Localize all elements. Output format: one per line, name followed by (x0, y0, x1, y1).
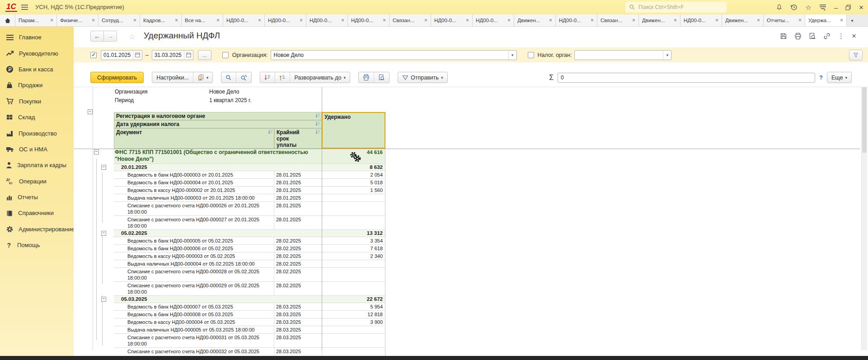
document-row[interactable]: Ведомость в банк НД00-000008 от 05.03.20… (114, 311, 385, 318)
settings-button[interactable]: Настройки... (152, 72, 193, 83)
tab-close-icon[interactable]: × (591, 17, 594, 23)
tab-7[interactable]: НД00-0...× (265, 14, 306, 26)
tab-6[interactable]: НД00-0...× (223, 14, 265, 26)
collapse-org-group-button[interactable]: − (94, 150, 99, 154)
search-next-button[interactable] (236, 72, 251, 83)
period-to-field[interactable] (152, 50, 193, 60)
header-document[interactable]: Документ (114, 128, 274, 149)
save-icon[interactable] (780, 33, 787, 40)
document-row[interactable]: Ведомость в банк НД00-000007 от 05.03.20… (114, 303, 385, 311)
sidebar-item-production[interactable]: Производство (0, 125, 74, 141)
tab-9[interactable]: НД00-0...× (348, 14, 389, 26)
tab-2[interactable]: Физиче...× (57, 14, 99, 26)
service-menu-icon[interactable] (819, 4, 826, 11)
tab-close-icon[interactable]: × (92, 17, 95, 23)
print-preview-button[interactable] (374, 72, 389, 83)
tab-close-icon[interactable]: × (715, 17, 718, 23)
search-button[interactable] (221, 72, 236, 83)
tab-18[interactable]: Движен...× (722, 14, 764, 26)
sidebar-item-directories[interactable]: Справочники (0, 205, 74, 221)
tab-close-icon[interactable]: × (798, 17, 802, 23)
minimize-window-icon[interactable]: – (834, 4, 838, 11)
tab-close-icon[interactable]: × (133, 17, 136, 23)
tab-10[interactable]: Связан...× (389, 14, 431, 26)
date-group-row[interactable]: 05.03.202522 672− (114, 296, 385, 303)
tab-close-icon[interactable]: × (300, 17, 303, 23)
notifications-bell-icon[interactable] (776, 4, 783, 11)
scrollbar-thumb[interactable] (862, 87, 867, 153)
generate-button[interactable]: Сформировать (90, 72, 144, 83)
document-row[interactable]: Ведомость в кассу НД00-000002 от 20.01.2… (114, 187, 385, 194)
document-row[interactable]: Выдача наличных НД00-000004 от 05.02.202… (114, 260, 385, 268)
sidebar-item-operations[interactable]: ДтКтОперации (0, 173, 74, 189)
filter-funnel-button[interactable] (849, 50, 863, 61)
tab-20[interactable]: Удержа...× (805, 14, 847, 26)
close-report-icon[interactable]: × (852, 32, 856, 40)
header-amount-selected-cell[interactable]: Удержано (322, 112, 385, 149)
document-row[interactable]: Списание с расчетного счета НД00-000028 … (114, 268, 385, 282)
sum-input[interactable] (558, 73, 815, 83)
collapse-rows-button[interactable] (260, 72, 275, 83)
close-window-icon[interactable]: × (859, 4, 863, 11)
calendar-icon[interactable] (184, 51, 193, 60)
history-icon[interactable] (790, 4, 798, 11)
organization-checkbox[interactable] (222, 52, 229, 58)
link-icon[interactable] (823, 33, 830, 40)
help-button[interactable]: ? (819, 74, 823, 81)
sidebar-item-help[interactable]: ?Помощь (0, 237, 74, 253)
tab-close-icon[interactable]: × (175, 17, 178, 23)
restore-window-icon[interactable] (845, 5, 851, 10)
document-row[interactable]: Ведомость в банк НД00-000003 от 20.01.20… (114, 171, 385, 179)
sort-icon[interactable] (315, 113, 320, 118)
tab-close-icon[interactable]: × (424, 17, 427, 23)
tab-close-icon[interactable]: × (341, 17, 344, 23)
document-row[interactable]: Списание с расчетного счета НД00-000031 … (114, 334, 385, 348)
period-to-input[interactable] (152, 52, 184, 58)
more-menu-icon[interactable]: ⋮ (838, 33, 845, 39)
collapse-columns-button[interactable]: − (88, 109, 93, 114)
tab-3[interactable]: Сотруд...× (99, 14, 140, 26)
sidebar-item-sales[interactable]: Продажи (0, 77, 74, 93)
organization-combo[interactable]: Новое Дело ▾ (271, 50, 517, 60)
tab-close-icon[interactable]: × (50, 17, 53, 23)
tab-12[interactable]: НД00-0...× (473, 14, 514, 26)
org-group-row[interactable]: ФНС 7715 КПП 771501001 (Общество с огран… (114, 149, 385, 164)
vertical-scrollbar[interactable] (861, 87, 867, 350)
print-button[interactable] (359, 72, 374, 83)
tab-close-icon[interactable]: × (507, 17, 511, 23)
tab-close-icon[interactable]: × (757, 17, 760, 23)
chevron-down-icon[interactable]: ▾ (663, 51, 671, 60)
back-button[interactable]: ← (90, 31, 104, 42)
sidebar-item-purchases[interactable]: Покупки (0, 94, 74, 109)
sort-icon[interactable] (268, 130, 273, 134)
tax-authority-checkbox[interactable] (528, 52, 534, 58)
document-row[interactable]: Выдача наличных НД00-000005 от 05.03.202… (114, 326, 385, 334)
favorites-star-icon[interactable]: ☆ (805, 4, 811, 11)
tab-close-icon[interactable]: × (632, 17, 635, 23)
global-search-input[interactable]: Поиск Ctrl+Shift+F (625, 2, 727, 13)
tab-4[interactable]: Кадров...× (140, 14, 182, 26)
tab-8[interactable]: НД00-0...× (306, 14, 348, 26)
tab-19[interactable]: Отчеты...× (764, 14, 805, 26)
expand-to-button[interactable]: Разворачивать до ▾ (290, 72, 350, 83)
period-checkbox[interactable]: ✓ (90, 52, 97, 58)
date-group-row[interactable]: 05.02.202513 312− (114, 230, 385, 237)
header-due-date[interactable]: Крайний срок уплаты (274, 128, 322, 149)
sidebar-item-salary[interactable]: Зарплата и кадры (0, 157, 74, 173)
period-from-field[interactable] (101, 50, 142, 60)
period-more-button[interactable]: ... (198, 50, 211, 60)
document-row[interactable]: Списание с расчетного счета НД00-000029 … (114, 282, 385, 296)
tab-15[interactable]: Связан...× (597, 14, 639, 26)
sidebar-item-bank[interactable]: Банк и касса (0, 61, 74, 77)
chevron-down-icon[interactable]: ▾ (508, 51, 516, 60)
document-row[interactable]: Списание с расчетного счета НД00-000027 … (114, 216, 385, 230)
report-variants-button[interactable]: ▾ (193, 72, 213, 83)
preview-icon[interactable] (809, 33, 816, 40)
expand-rows-button[interactable] (275, 72, 290, 83)
tab-1[interactable]: Парам...× (15, 14, 57, 26)
send-button[interactable]: Отправить ▾ (398, 72, 447, 83)
tab-13[interactable]: Движен...× (514, 14, 556, 26)
sidebar-item-manager[interactable]: Руководителю (0, 45, 74, 61)
tab-close-icon[interactable]: × (383, 17, 386, 23)
date-group-row[interactable]: 20.01.20258 632− (114, 164, 385, 171)
